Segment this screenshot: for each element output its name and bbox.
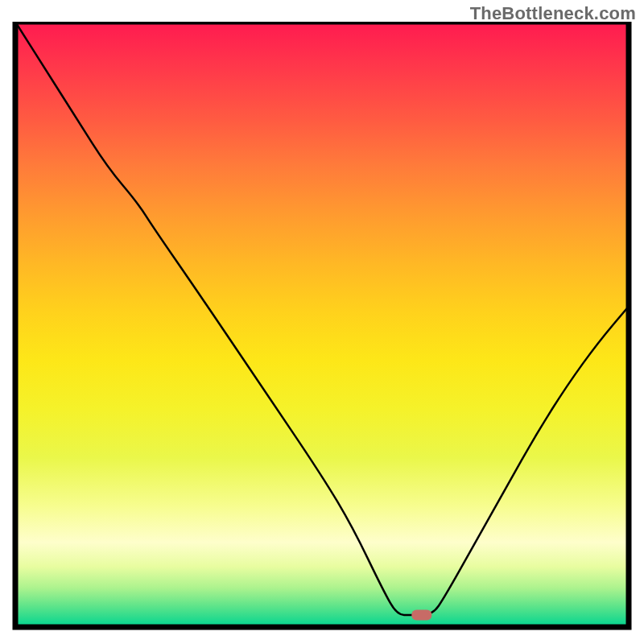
watermark-text: TheBottleneck.com [470, 3, 636, 24]
bottleneck-chart-svg [12, 22, 632, 632]
curve-marker [411, 609, 431, 620]
gradient-background [15, 22, 629, 627]
plot-area [12, 22, 632, 632]
chart-container: TheBottleneck.com [0, 0, 644, 644]
